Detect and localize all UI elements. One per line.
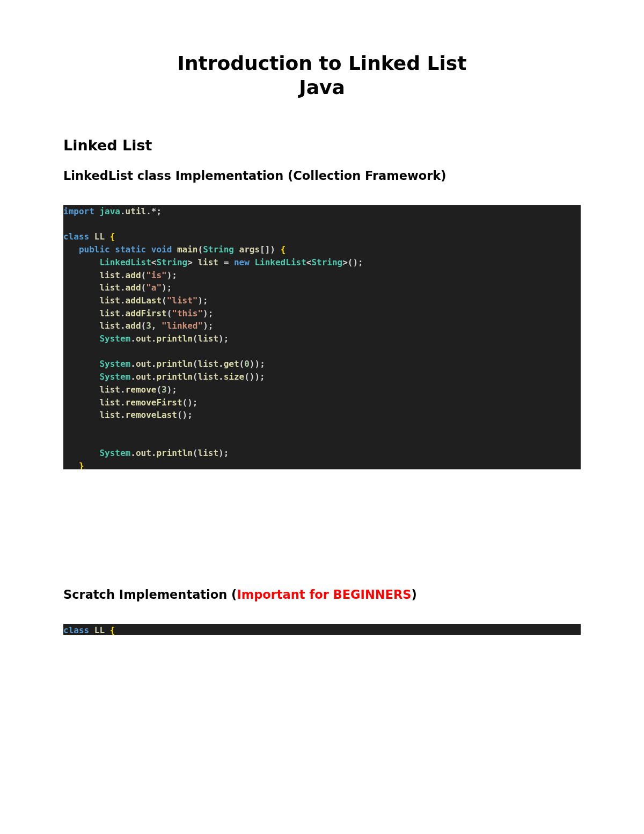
sub-heading-scratch-suffix: )	[412, 588, 417, 601]
sub-heading-collection-framework: LinkedList class Implementation (Collect…	[63, 169, 581, 183]
sub-heading-scratch-prefix: Scratch Implementation (	[63, 588, 237, 601]
sub-heading-scratch-implementation: Scratch Implementation (Important for BE…	[63, 588, 581, 601]
title-line-2: Java	[63, 75, 581, 99]
document-page: Introduction to Linked List Java Linked …	[0, 0, 644, 667]
section-heading-linked-list: Linked List	[63, 137, 581, 154]
title-line-1: Introduction to Linked List	[63, 51, 581, 75]
sub-heading-scratch-emphasis: Important for BEGINNERS	[237, 588, 411, 601]
page-title: Introduction to Linked List Java	[63, 51, 581, 99]
code-block-scratch: class LL {	[63, 624, 581, 635]
code-block-collection-framework: import java.util.*; class LL { public st…	[63, 205, 581, 469]
